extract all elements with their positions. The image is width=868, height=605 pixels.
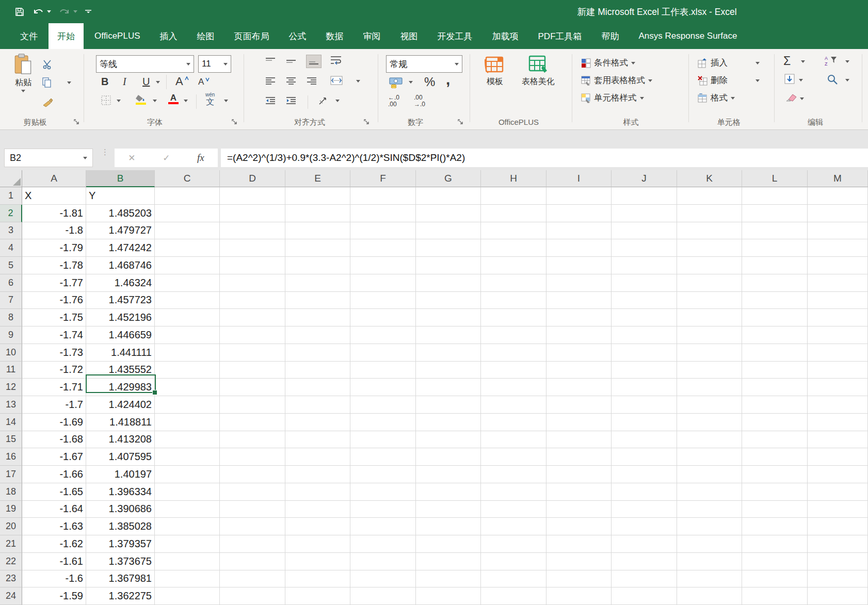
cell-E14[interactable] (285, 414, 350, 431)
cell-D5[interactable] (220, 257, 285, 274)
cell-C11[interactable] (155, 362, 220, 379)
cell-F7[interactable] (350, 292, 416, 309)
cell-A6[interactable]: -1.77 (22, 274, 86, 292)
cell-J1[interactable] (612, 187, 677, 205)
cell-J14[interactable] (612, 414, 677, 431)
cell-I3[interactable] (546, 222, 612, 240)
cell-G13[interactable] (416, 396, 481, 414)
column-header-A[interactable]: A (22, 170, 86, 187)
cell-D13[interactable] (220, 396, 285, 414)
ribbon-tab-审阅[interactable]: 审阅 (355, 23, 390, 49)
column-header-L[interactable]: L (742, 170, 808, 187)
cell-K24[interactable] (677, 587, 742, 605)
cell-F13[interactable] (350, 396, 416, 414)
cell-E9[interactable] (285, 326, 350, 344)
cell-B19[interactable]: 1.390686 (86, 501, 155, 518)
cell-J15[interactable] (612, 431, 677, 449)
cell-A1[interactable]: X (22, 187, 86, 205)
cell-H16[interactable] (481, 448, 546, 466)
cell-I1[interactable] (546, 187, 612, 205)
increase-decimal-button[interactable]: ←.0 .00 (388, 94, 399, 108)
cell-K17[interactable] (677, 466, 742, 483)
cell-A3[interactable]: -1.8 (22, 222, 86, 240)
top-align-button[interactable] (265, 57, 276, 66)
cell-G9[interactable] (416, 326, 481, 344)
formula-bar-resizer[interactable]: ⋮ (101, 150, 109, 155)
row-header-14[interactable]: 14 (0, 414, 22, 431)
cell-I18[interactable] (546, 483, 612, 501)
cell-B22[interactable]: 1.373675 (86, 553, 155, 570)
font-size-combobox[interactable]: 11 (198, 55, 231, 73)
accounting-dropdown-chevron-icon[interactable] (409, 81, 413, 84)
cell-I14[interactable] (546, 414, 612, 431)
decrease-font-size-button[interactable]: A (198, 77, 210, 87)
cell-C1[interactable] (155, 187, 220, 205)
clear-dropdown-chevron-icon[interactable] (800, 97, 804, 100)
cell-A2[interactable]: -1.81 (22, 205, 86, 222)
select-all-corner[interactable] (0, 170, 22, 187)
row-header-12[interactable]: 12 (0, 379, 22, 396)
cell-F12[interactable] (350, 379, 416, 396)
cell-M4[interactable] (808, 239, 868, 257)
column-header-D[interactable]: D (220, 170, 285, 187)
cell-C22[interactable] (155, 553, 220, 570)
cell-G18[interactable] (416, 483, 481, 501)
undo-button[interactable] (32, 7, 51, 17)
autosum-button[interactable]: Σ (783, 54, 791, 68)
cell-K6[interactable] (677, 274, 742, 292)
cell-K22[interactable] (677, 553, 742, 570)
row-header-11[interactable]: 11 (0, 362, 22, 379)
cell-H18[interactable] (481, 483, 546, 501)
ribbon-tab-OfficePLUS[interactable]: OfficePLUS (86, 23, 149, 49)
find-dropdown-chevron-icon[interactable] (845, 79, 849, 81)
cell-G3[interactable] (416, 222, 481, 240)
cell-I7[interactable] (546, 292, 612, 309)
increase-font-size-button[interactable]: A (175, 75, 189, 88)
cell-L1[interactable] (742, 187, 808, 205)
cell-H17[interactable] (481, 466, 546, 483)
cell-D7[interactable] (220, 292, 285, 309)
row-header-18[interactable]: 18 (0, 483, 22, 501)
decrease-decimal-button[interactable]: .00 →.0 (414, 94, 425, 108)
cell-J11[interactable] (612, 362, 677, 379)
cell-I9[interactable] (546, 326, 612, 344)
cell-F18[interactable] (350, 483, 416, 501)
cell-A10[interactable]: -1.73 (22, 344, 86, 362)
italic-button[interactable]: I (123, 76, 126, 88)
cell-J24[interactable] (612, 587, 677, 605)
officeplus-template-button[interactable]: 模板 (478, 53, 512, 87)
clipboard-dialog-launcher[interactable] (73, 119, 81, 126)
cell-B13[interactable]: 1.424402 (86, 396, 155, 414)
underline-dropdown-chevron-icon[interactable] (156, 81, 160, 84)
row-header-9[interactable]: 9 (0, 326, 22, 344)
cell-E5[interactable] (285, 257, 350, 274)
cell-I20[interactable] (546, 518, 612, 535)
cell-C3[interactable] (155, 222, 220, 240)
cell-E15[interactable] (285, 431, 350, 449)
cell-D1[interactable] (220, 187, 285, 205)
cell-F15[interactable] (350, 431, 416, 449)
cell-I22[interactable] (546, 553, 612, 570)
cell-D17[interactable] (220, 466, 285, 483)
cell-I21[interactable] (546, 535, 612, 553)
redo-button[interactable] (58, 7, 77, 17)
row-header-1[interactable]: 1 (0, 187, 22, 205)
cell-G17[interactable] (416, 466, 481, 483)
cell-C24[interactable] (155, 587, 220, 605)
copy-button[interactable] (42, 77, 52, 88)
cell-D2[interactable] (220, 205, 285, 222)
row-header-3[interactable]: 3 (0, 222, 22, 240)
cell-B7[interactable]: 1.457723 (86, 292, 155, 309)
format-cells-button[interactable]: 格式 (698, 92, 735, 104)
cell-E17[interactable] (285, 466, 350, 483)
cell-J21[interactable] (612, 535, 677, 553)
redo-dropdown-chevron-icon[interactable] (73, 10, 77, 13)
fill-dropdown-chevron-icon[interactable] (799, 79, 803, 81)
cell-I15[interactable] (546, 431, 612, 449)
cell-J2[interactable] (612, 205, 677, 222)
cell-B15[interactable]: 1.413208 (86, 431, 155, 449)
cell-C7[interactable] (155, 292, 220, 309)
cell-M8[interactable] (808, 309, 868, 326)
ribbon-tab-加载项[interactable]: 加载项 (484, 23, 527, 49)
row-header-2[interactable]: 2 (0, 205, 22, 222)
